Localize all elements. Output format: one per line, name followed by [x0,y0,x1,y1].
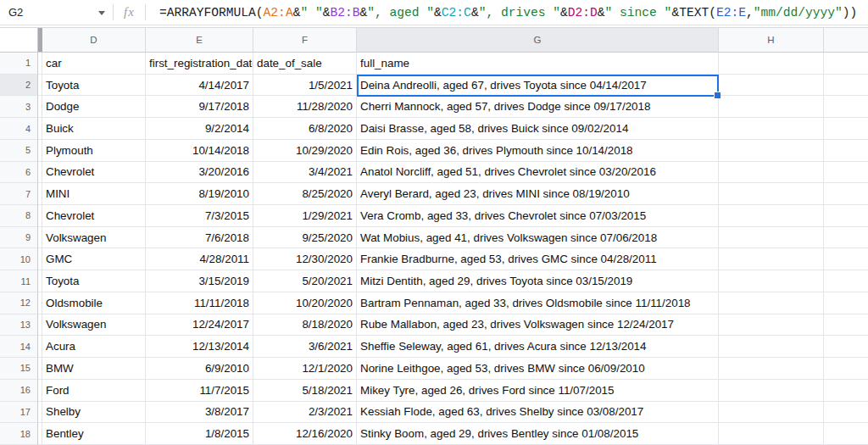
fill-handle[interactable] [715,92,721,98]
cell-h[interactable] [719,358,824,380]
cell-h[interactable] [719,53,824,75]
cell-extra[interactable] [824,162,868,184]
cell-f[interactable]: 12/16/2020 [253,423,357,445]
cell-g[interactable]: Wat Mobius, aged 41, drives Volkswagen s… [357,227,719,249]
cell-f[interactable]: 2/3/2021 [253,402,357,424]
cell-extra[interactable] [824,183,868,205]
cell-g[interactable]: Stinky Boom, aged 29, drives Bentley sin… [357,423,719,445]
cell-g[interactable]: Frankie Bradburne, aged 53, drives GMC s… [357,248,719,270]
cell-e[interactable]: 7/3/2015 [146,205,253,227]
cell-f[interactable]: 8/25/2020 [253,183,357,205]
row-header[interactable]: 2 [0,75,38,97]
cell-h[interactable] [719,140,824,162]
cell-extra[interactable] [824,423,868,445]
row-header[interactable]: 15 [0,358,38,380]
cell-d[interactable]: Toyota [42,270,146,292]
cell-e[interactable]: 11/11/2018 [146,292,253,314]
cell-extra[interactable] [824,402,868,424]
cell-h[interactable] [719,75,824,97]
cell-e[interactable]: 9/2/2014 [146,118,253,140]
row-header[interactable]: 12 [0,292,38,314]
cell-d[interactable]: Ford [42,380,146,402]
cell-g[interactable]: Cherri Mannock, aged 57, drives Dodge si… [357,96,719,118]
cell-h[interactable] [719,336,824,358]
cell-e[interactable]: 12/24/2017 [146,314,253,337]
row-header[interactable]: 13 [0,314,38,337]
cell-d[interactable]: Buick [42,118,146,140]
row-header[interactable]: 18 [0,423,38,445]
row-header[interactable]: 5 [0,140,38,162]
cell-f[interactable]: 9/25/2020 [253,227,357,249]
cell-g[interactable]: Deina Andreolli, aged 67, drives Toyota … [357,75,719,97]
cell-extra[interactable] [824,205,868,227]
cell-d[interactable]: Dodge [42,96,146,118]
row-header[interactable]: 7 [0,183,38,205]
cell-d[interactable]: MINI [42,183,146,205]
column-header-f[interactable]: F [253,28,357,53]
cell-e[interactable]: 8/19/2010 [146,183,253,205]
cell-extra[interactable] [824,140,868,162]
cell-f[interactable]: 3/6/2021 [253,336,357,358]
cell-h[interactable] [719,380,824,402]
cell-d[interactable]: GMC [42,248,146,270]
row-header[interactable]: 8 [0,205,38,227]
chevron-down-icon[interactable] [98,11,105,15]
cell-h[interactable] [719,96,824,118]
cell-g[interactable]: Sheffie Seleway, aged 61, drives Acura s… [357,336,719,358]
cell-h[interactable] [719,227,824,249]
cell-g[interactable]: Vera Cromb, aged 33, drives Chevrolet si… [357,205,719,227]
cell-g[interactable]: Mikey Tyre, aged 26, drives Ford since 1… [357,380,719,402]
cell-e[interactable]: 11/7/2015 [146,380,253,402]
row-header[interactable]: 11 [0,270,38,292]
row-header[interactable]: 10 [0,248,38,270]
cell-f[interactable]: date_of_sale [253,53,357,75]
cell-f[interactable]: 3/4/2021 [253,162,357,184]
cell-h[interactable] [719,248,824,270]
column-header-h[interactable]: H [719,28,824,53]
cell-e[interactable]: 3/8/2017 [146,402,253,424]
cell-g[interactable]: full_name [357,53,719,75]
row-header[interactable]: 6 [0,162,38,184]
cell-g[interactable]: Anatol Norcliff, aged 51, drives Chevrol… [357,162,719,184]
cell-d[interactable]: Chevrolet [42,205,146,227]
cell-d[interactable]: Chevrolet [42,162,146,184]
name-box[interactable]: G2 [0,0,113,25]
formula-input[interactable]: =ARRAYFORMULA(A2:A&" "&B2:B&", aged "&C2… [146,0,868,25]
cell-h[interactable] [719,402,824,424]
row-header[interactable]: 17 [0,402,38,424]
cell-f[interactable]: 11/28/2020 [253,96,357,118]
column-header-e[interactable]: E [146,28,253,53]
cell-d[interactable]: Plymouth [42,140,146,162]
cell-e[interactable]: 12/13/2014 [146,336,253,358]
cell-f[interactable]: 5/18/2021 [253,380,357,402]
row-header[interactable]: 4 [0,118,38,140]
cell-g[interactable]: Rube Mallabon, aged 23, drives Volkswage… [357,314,719,337]
cell-h[interactable] [719,423,824,445]
column-header-d[interactable]: D [42,28,146,53]
cell-g[interactable]: Averyl Berard, aged 23, drives MINI sinc… [357,183,719,205]
cell-g[interactable]: Bartram Pennaman, aged 33, drives Oldsmo… [357,292,719,314]
cell-g[interactable]: Kessiah Flode, aged 63, drives Shelby si… [357,402,719,424]
row-header[interactable]: 3 [0,96,38,118]
cell-d[interactable]: Bentley [42,423,146,445]
cell-d[interactable]: Oldsmobile [42,292,146,314]
cell-extra[interactable] [824,336,868,358]
cell-f[interactable]: 8/18/2020 [253,314,357,337]
cell-e[interactable]: 4/28/2011 [146,248,253,270]
cell-f[interactable]: 1/29/2021 [253,205,357,227]
cell-extra[interactable] [824,75,868,97]
cell-h[interactable] [719,118,824,140]
cell-f[interactable]: 12/30/2020 [253,248,357,270]
cell-f[interactable]: 10/20/2020 [253,292,357,314]
cell-extra[interactable] [824,314,868,337]
cell-d[interactable]: Toyota [42,75,146,97]
cell-extra[interactable] [824,227,868,249]
row-header[interactable]: 9 [0,227,38,249]
cell-e[interactable]: 6/9/2010 [146,358,253,380]
cell-d[interactable]: Shelby [42,402,146,424]
cell-extra[interactable] [824,380,868,402]
cell-f[interactable]: 1/5/2021 [253,75,357,97]
cell-f[interactable]: 6/8/2020 [253,118,357,140]
cell-extra[interactable] [824,358,868,380]
cell-f[interactable]: 12/1/2020 [253,358,357,380]
